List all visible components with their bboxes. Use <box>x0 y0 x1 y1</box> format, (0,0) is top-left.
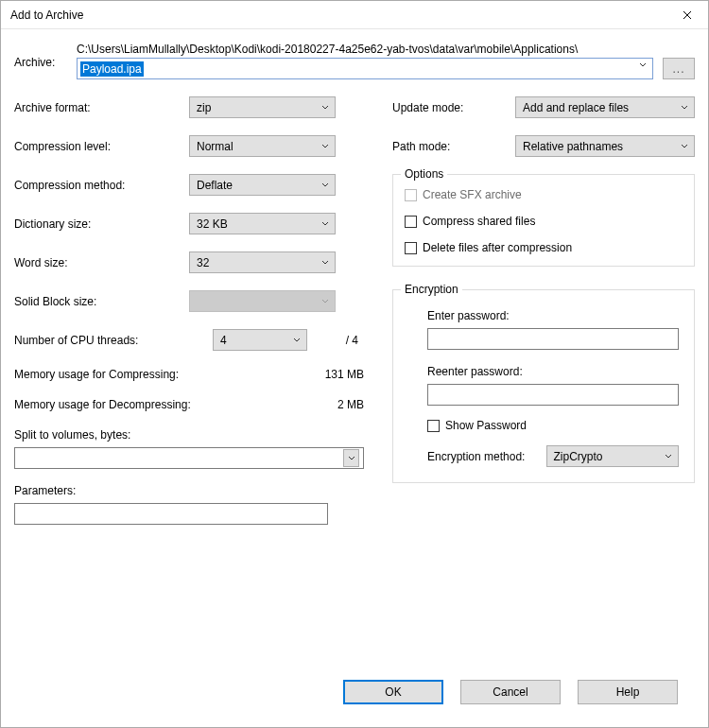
dictionary-size-label: Dictionary size: <box>14 217 189 231</box>
archive-filename-combo[interactable]: Payload.ipa <box>77 58 653 79</box>
parameters-label: Parameters: <box>14 484 364 497</box>
chevron-down-icon <box>321 105 329 111</box>
compress-shared-label: Compress shared files <box>423 215 535 228</box>
options-group: Options Create SFX archive Compress shar… <box>392 174 695 267</box>
encryption-legend: Encryption <box>401 283 462 296</box>
ok-button-label: OK <box>385 685 401 699</box>
close-button[interactable] <box>666 1 708 29</box>
update-mode-select[interactable]: Add and replace files <box>515 96 695 118</box>
chevron-down-icon <box>639 62 647 68</box>
dialog-window: Add to Archive Archive: C:\Users\LiamMul… <box>0 0 709 728</box>
close-icon <box>683 10 692 20</box>
archive-row: Archive: C:\Users\LiamMullally\Desktop\K… <box>14 43 695 79</box>
enter-password-label: Enter password: <box>427 309 683 322</box>
update-mode-label: Update mode: <box>392 101 515 114</box>
dialog-content: Archive: C:\Users\LiamMullally\Desktop\K… <box>1 29 708 727</box>
columns: Archive format: zip Compression level: N… <box>14 96 695 668</box>
chevron-down-icon <box>665 454 672 459</box>
title-bar: Add to Archive <box>1 1 708 29</box>
path-mode-label: Path mode: <box>392 140 515 153</box>
chevron-down-icon <box>321 299 329 304</box>
delete-after-checkbox[interactable] <box>405 242 417 254</box>
create-sfx-label: Create SFX archive <box>423 188 522 201</box>
memory-decompress-value: 2 MB <box>337 398 364 411</box>
archive-label: Archive: <box>14 43 77 69</box>
memory-compress-label: Memory usage for Compressing: <box>14 368 179 381</box>
create-sfx-checkbox <box>405 189 417 201</box>
compression-level-value: Normal <box>197 140 233 153</box>
browse-button[interactable]: ... <box>663 58 695 79</box>
dictionary-size-select[interactable]: 32 KB <box>189 213 336 234</box>
split-volumes-label: Split to volumes, bytes: <box>14 428 364 442</box>
word-size-value: 32 <box>197 256 209 269</box>
dictionary-size-value: 32 KB <box>197 217 228 231</box>
compression-method-label: Compression method: <box>14 179 189 192</box>
word-size-select[interactable]: 32 <box>189 251 336 273</box>
help-button[interactable]: Help <box>578 680 678 704</box>
encryption-method-value: ZipCrypto <box>554 450 603 463</box>
chevron-down-icon <box>681 105 688 111</box>
left-column: Archive format: zip Compression level: N… <box>14 96 364 668</box>
encryption-method-label: Encryption method: <box>427 450 546 463</box>
browse-button-label: ... <box>672 62 684 76</box>
button-row: OK Cancel Help <box>14 668 695 719</box>
compression-level-label: Compression level: <box>14 140 189 153</box>
chevron-down-icon <box>321 182 329 188</box>
word-size-label: Word size: <box>14 256 189 269</box>
archive-filename-value: Payload.ipa <box>80 61 144 77</box>
parameters-input[interactable] <box>14 503 328 525</box>
encryption-method-select[interactable]: ZipCrypto <box>546 445 680 467</box>
update-mode-value: Add and replace files <box>523 101 629 114</box>
archive-filename-row: Payload.ipa ... <box>77 58 695 79</box>
compression-method-value: Deflate <box>197 179 233 192</box>
delete-after-label: Delete files after compression <box>423 241 572 254</box>
chevron-down-icon <box>321 221 329 227</box>
archive-format-value: zip <box>197 101 211 114</box>
chevron-down-icon <box>321 260 329 266</box>
chevron-down-icon <box>321 144 329 149</box>
chevron-down-icon <box>681 144 688 149</box>
options-legend: Options <box>401 167 447 181</box>
show-password-checkbox[interactable] <box>427 420 440 432</box>
archive-path-column: C:\Users\LiamMullally\Desktop\Kodi\kodi-… <box>77 43 695 79</box>
show-password-label: Show Password <box>445 419 527 432</box>
chevron-down-icon <box>293 338 301 343</box>
archive-format-select[interactable]: zip <box>189 96 336 118</box>
split-volumes-combo[interactable] <box>14 447 364 469</box>
reenter-password-label: Reenter password: <box>427 365 683 378</box>
window-title: Add to Archive <box>10 9 83 22</box>
enter-password-input[interactable] <box>427 328 679 350</box>
chevron-down-icon <box>348 456 355 461</box>
compression-method-select[interactable]: Deflate <box>189 174 336 196</box>
archive-format-label: Archive format: <box>14 101 189 114</box>
compression-level-select[interactable]: Normal <box>189 135 336 157</box>
cancel-button-label: Cancel <box>493 685 527 699</box>
reenter-password-input[interactable] <box>427 384 679 406</box>
split-volumes-dropdown-button[interactable] <box>343 449 359 467</box>
ok-button[interactable]: OK <box>343 680 443 704</box>
memory-compress-value: 131 MB <box>325 368 364 381</box>
encryption-group: Encryption Enter password: Reenter passw… <box>392 289 695 483</box>
cpu-threads-select[interactable]: 4 <box>213 329 307 351</box>
compress-shared-checkbox[interactable] <box>405 216 417 228</box>
right-column: Update mode: Add and replace files Path … <box>392 96 695 668</box>
cpu-threads-total: / 4 <box>346 334 364 347</box>
solid-block-size-select <box>189 290 336 312</box>
cancel-button[interactable]: Cancel <box>460 680 561 704</box>
archive-path-text: C:\Users\LiamMullally\Desktop\Kodi\kodi-… <box>77 43 695 56</box>
cpu-threads-label: Number of CPU threads: <box>14 334 213 347</box>
memory-decompress-label: Memory usage for Decompressing: <box>14 398 191 411</box>
solid-block-size-label: Solid Block size: <box>14 295 189 308</box>
cpu-threads-value: 4 <box>220 334 227 347</box>
help-button-label: Help <box>616 685 640 699</box>
path-mode-select[interactable]: Relative pathnames <box>515 135 695 157</box>
path-mode-value: Relative pathnames <box>523 140 623 153</box>
